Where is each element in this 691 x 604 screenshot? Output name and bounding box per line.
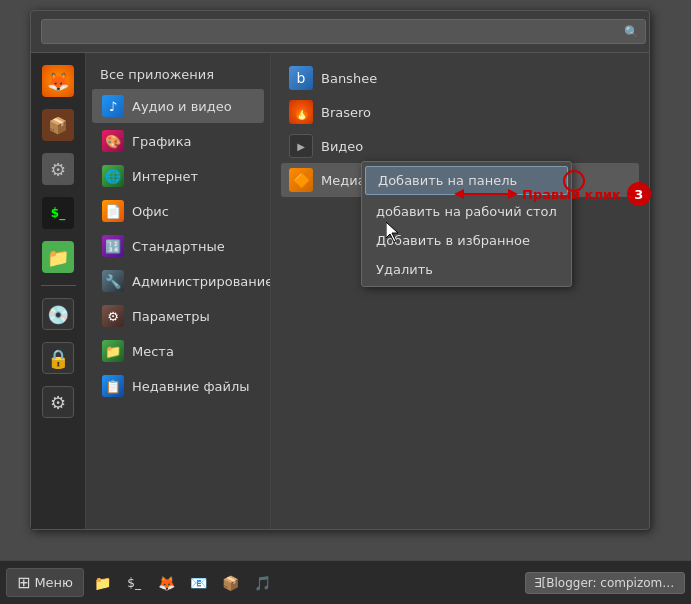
app-video-label: Видео (321, 139, 363, 154)
sidebar-item-lock[interactable]: 🔒 (38, 338, 78, 378)
standard-icon: 🔢 (102, 235, 124, 257)
graphics-icon: 🎨 (102, 130, 124, 152)
category-internet-label: Интернет (132, 169, 198, 184)
menu-content: 🦊 📦 ⚙ $_ 📁 💿 🔒 (31, 53, 649, 529)
category-office-label: Офис (132, 204, 169, 219)
files-icon: 📁 (42, 241, 74, 273)
category-graphics-label: Графика (132, 134, 192, 149)
menu-label: Меню (34, 575, 73, 590)
annotation-label: Правый клик (522, 187, 621, 202)
terminal-icon: $_ (42, 197, 74, 229)
taskbar-menu-button[interactable]: ⊞ Меню (6, 568, 84, 597)
category-panel: Все приложения ♪ Аудио и видео 🎨 Графика… (86, 53, 271, 529)
taskbar-files-icon[interactable]: 📁 (88, 569, 116, 597)
category-settings[interactable]: ⚙ Параметры (92, 299, 264, 333)
all-apps-button[interactable]: Все приложения (86, 61, 270, 88)
category-audio-label: Аудио и видео (132, 99, 232, 114)
app-banshee[interactable]: b Banshee (281, 61, 639, 95)
search-input[interactable] (41, 19, 646, 44)
search-bar: 🔍 (31, 11, 649, 53)
app-brasero-label: Brasero (321, 105, 371, 120)
app-brasero[interactable]: 🔥 Brasero (281, 95, 639, 129)
sidebar-icons: 🦊 📦 ⚙ $_ 📁 💿 🔒 (31, 53, 86, 529)
category-admin-label: Администрирование (132, 274, 271, 289)
category-admin[interactable]: 🔧 Администрирование (92, 264, 264, 298)
category-standard[interactable]: 🔢 Стандартные (92, 229, 264, 263)
context-remove[interactable]: Удалить (362, 255, 571, 284)
sidebar-item-gear2[interactable]: ⚙ (38, 382, 78, 422)
sidebar-item-files[interactable]: 📁 (38, 237, 78, 277)
search-icon: 🔍 (624, 25, 639, 39)
category-places[interactable]: 📁 Места (92, 334, 264, 368)
taskbar-firefox-icon[interactable]: 🦊 (152, 569, 180, 597)
audio-icon: ♪ (102, 95, 124, 117)
category-audio[interactable]: ♪ Аудио и видео (92, 89, 264, 123)
annotation-circle: 3 (627, 182, 651, 206)
office-icon: 📄 (102, 200, 124, 222)
annotation-right-click: Правый клик 3 (462, 182, 651, 206)
vlc-icon: 🔶 (289, 168, 313, 192)
category-recent-label: Недавние файлы (132, 379, 250, 394)
internet-icon: 🌐 (102, 165, 124, 187)
category-settings-icon: ⚙ (102, 305, 124, 327)
disk-icon: 💿 (42, 298, 74, 330)
settings-icon: ⚙ (42, 153, 74, 185)
apps-panel: b Banshee 🔥 Brasero ▶ Видео 🔶 Медиаплеер… (271, 53, 649, 529)
sidebar-item-settings[interactable]: ⚙ (38, 149, 78, 189)
firefox-icon: 🦊 (42, 65, 74, 97)
lock-icon: 🔒 (42, 342, 74, 374)
admin-icon: 🔧 (102, 270, 124, 292)
sidebar-item-package[interactable]: 📦 (38, 105, 78, 145)
gear2-icon: ⚙ (42, 386, 74, 418)
category-internet[interactable]: 🌐 Интернет (92, 159, 264, 193)
places-icon: 📁 (102, 340, 124, 362)
app-video[interactable]: ▶ Видео (281, 129, 639, 163)
category-standard-label: Стандартные (132, 239, 225, 254)
menu-icon: ⊞ (17, 573, 30, 592)
sidebar-item-disk[interactable]: 💿 (38, 294, 78, 334)
package-icon: 📦 (42, 109, 74, 141)
brasero-icon: 🔥 (289, 100, 313, 124)
banshee-icon: b (289, 66, 313, 90)
desktop: 🔍 🦊 📦 ⚙ $_ 📁 (0, 0, 691, 560)
sidebar-divider (41, 285, 76, 286)
taskbar: ⊞ Меню 📁 $_ 🦊 📧 📦 🎵 ∃[Blogger: compizoma… (0, 560, 691, 604)
category-office[interactable]: 📄 Офис (92, 194, 264, 228)
category-graphics[interactable]: 🎨 Графика (92, 124, 264, 158)
recent-icon: 📋 (102, 375, 124, 397)
video-icon: ▶ (289, 134, 313, 158)
taskbar-email-icon[interactable]: 📧 (184, 569, 212, 597)
annotation-arrow-line (462, 193, 512, 195)
sidebar-item-terminal[interactable]: $_ (38, 193, 78, 233)
sidebar-item-firefox[interactable]: 🦊 (38, 61, 78, 101)
taskbar-window-blogger[interactable]: ∃[Blogger: compizoma... (525, 572, 685, 594)
application-menu: 🔍 🦊 📦 ⚙ $_ 📁 (30, 10, 650, 530)
app-banshee-label: Banshee (321, 71, 377, 86)
category-settings-label: Параметры (132, 309, 210, 324)
taskbar-package-icon[interactable]: 📦 (216, 569, 244, 597)
category-places-label: Места (132, 344, 174, 359)
context-menu: Добавить на панель добавить на рабочий с… (361, 161, 572, 287)
context-add-favorites[interactable]: Добавить в избранное (362, 226, 571, 255)
taskbar-terminal-icon[interactable]: $_ (120, 569, 148, 597)
taskbar-media-icon[interactable]: 🎵 (248, 569, 276, 597)
category-recent[interactable]: 📋 Недавние файлы (92, 369, 264, 403)
